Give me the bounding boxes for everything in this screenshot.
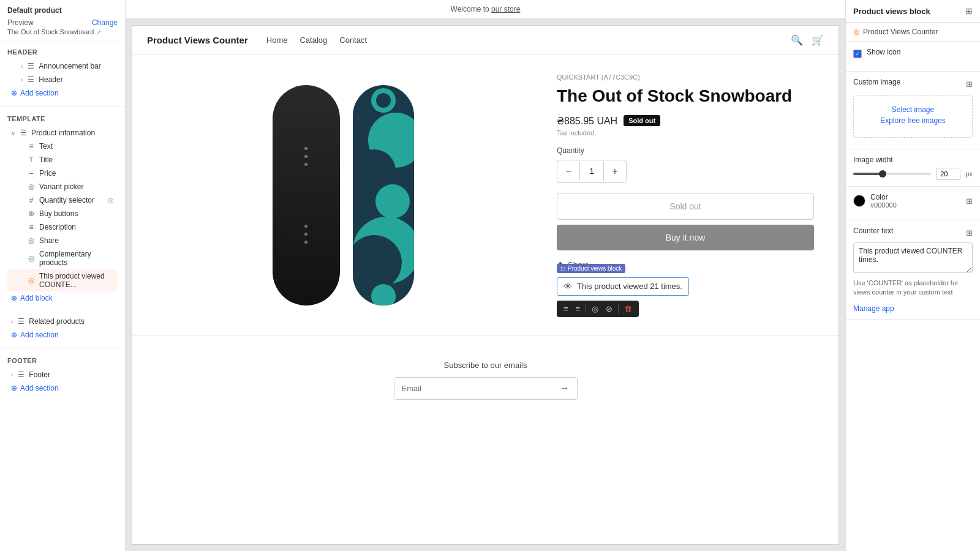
- panel-subtitle-text: Product Views Counter: [863, 28, 938, 36]
- explore-images-btn[interactable]: Explore free images: [860, 116, 966, 125]
- subscribe-submit-btn[interactable]: →: [552, 378, 577, 399]
- quantity-label: Quantity: [557, 146, 814, 155]
- sidebar-item-quantity-selector[interactable]: # Quantity selector ◎: [7, 193, 118, 207]
- show-icon-checkbox[interactable]: [853, 50, 862, 58]
- px-unit: px: [965, 170, 973, 178]
- toolbar-more-btn[interactable]: ⊘: [603, 303, 616, 315]
- nav-contact[interactable]: Contact: [339, 36, 367, 45]
- header-icon: ☰: [26, 75, 35, 84]
- add-icon-2: ⊕: [11, 331, 17, 339]
- slider-thumb[interactable]: [879, 170, 886, 178]
- board-dot-2: [304, 155, 307, 158]
- add-section-btn-header[interactable]: ⊕ Add section: [7, 86, 118, 100]
- product-price: ₴885.95 UAH: [557, 115, 617, 127]
- store-logo: Product Views Counter: [147, 35, 248, 45]
- width-input[interactable]: [936, 168, 960, 180]
- product-views-label: ◻ Product views block: [557, 264, 625, 273]
- color-name: Color: [870, 193, 897, 201]
- chevron-down-icon: ∨: [11, 130, 15, 137]
- right-panel: Product views block ⊞ ◎ Product Views Co…: [845, 0, 980, 551]
- price-icon: –: [27, 169, 36, 178]
- change-link[interactable]: Change: [92, 18, 118, 27]
- sidebar-item-title[interactable]: T Title: [7, 153, 118, 167]
- title-label: Title: [39, 156, 114, 164]
- snowboard-colorful: [350, 79, 417, 312]
- product-views-block[interactable]: 👁 This product viewed 21 times.: [557, 277, 689, 296]
- show-icon-label: Show icon: [867, 48, 900, 56]
- footer-section-title: Footer: [7, 357, 118, 364]
- snowboard-black: [273, 85, 340, 305]
- qty-increase-btn[interactable]: +: [604, 160, 626, 182]
- views-block-label-text: Product views block: [568, 265, 622, 272]
- sidebar-item-buy-buttons[interactable]: ⊕ Buy buttons: [7, 207, 118, 220]
- add-block-btn[interactable]: ⊕ Add block: [7, 291, 118, 305]
- sidebar-item-price[interactable]: – Price ◎: [7, 167, 118, 180]
- footer-icon: ☰: [17, 370, 25, 379]
- nav-home[interactable]: Home: [266, 36, 288, 45]
- counter-text-section: Counter text ⊞ This product viewed COUNT…: [846, 220, 980, 320]
- qty-decrease-btn[interactable]: −: [557, 160, 579, 182]
- sidebar-top: Default product Preview Change The Out o…: [0, 0, 125, 42]
- sidebar-item-related-products[interactable]: › ☰ Related products: [7, 315, 118, 328]
- sidebar-item-product-information[interactable]: ∨ ☰ Product information: [7, 126, 118, 140]
- product-info: QUICKSTART (A77C3C9C) The Out of Stock S…: [557, 73, 814, 317]
- color-swatch[interactable]: [853, 195, 865, 207]
- toolbar-delete-btn[interactable]: 🗑: [621, 303, 635, 315]
- comp-label: Complementary products: [39, 250, 114, 267]
- store-header: Product Views Counter Home Catalog Conta…: [132, 26, 839, 55]
- title-icon: T: [27, 156, 36, 164]
- sidebar-item-description[interactable]: ≡ Description: [7, 220, 118, 234]
- sidebar-item-announcement-bar[interactable]: › ☰ Announcement bar: [7, 59, 118, 73]
- product-name-link: The Out of Stock Snowboard: [7, 28, 94, 36]
- sidebar-item-footer[interactable]: › ☰ Footer: [7, 368, 118, 381]
- color-info: Color #000000: [870, 193, 897, 209]
- views-block-icon-small: ◻: [560, 265, 565, 272]
- image-width-label: Image widht: [853, 156, 973, 164]
- product-link[interactable]: The Out of Stock Snowboard ↗: [7, 28, 118, 36]
- quantity-control: − 1 +: [557, 160, 627, 183]
- chevron-icon: ›: [21, 77, 23, 83]
- counter-text-area[interactable]: This product viewed COUNTER times.: [853, 242, 973, 273]
- search-icon[interactable]: 🔍: [791, 34, 803, 46]
- select-image-btn[interactable]: Select image: [860, 105, 966, 114]
- sidebar-item-header[interactable]: › ☰ Header: [7, 73, 118, 86]
- color-header: Color #000000 ⊞: [853, 193, 973, 209]
- related-products-section: › ☰ Related products ⊕ Add section: [0, 309, 125, 345]
- product-page: QUICKSTART (A77C3C9C) The Out of Stock S…: [132, 55, 839, 335]
- topbar-text: Welcome to our store: [451, 5, 521, 13]
- preview-frame[interactable]: Product Views Counter Home Catalog Conta…: [126, 19, 845, 551]
- qty-actions-icon[interactable]: ◎: [108, 197, 114, 204]
- related-chevron-icon: ›: [11, 318, 13, 325]
- slider-fill: [853, 173, 881, 175]
- email-input[interactable]: [394, 378, 552, 399]
- svg-point-11: [371, 284, 396, 309]
- manage-app-link[interactable]: Manage app: [853, 304, 894, 313]
- toolbar-align-left-btn[interactable]: ≡: [560, 303, 571, 315]
- tax-note: Tax included.: [557, 129, 814, 137]
- sidebar-item-variant-picker[interactable]: ◎ Variant picker: [7, 180, 118, 193]
- add-section-btn-2[interactable]: ⊕ Add section: [7, 328, 118, 342]
- color-reset-icon[interactable]: ⊞: [966, 197, 973, 206]
- color-section: Color #000000 ⊞: [846, 187, 980, 220]
- sidebar-item-share[interactable]: ◎ Share: [7, 234, 118, 247]
- toolbar-link-btn[interactable]: ◎: [589, 303, 601, 315]
- toolbar-align-center-btn[interactable]: ≡: [573, 303, 584, 315]
- sidebar-item-complementary[interactable]: ◎ Complementary products: [7, 247, 118, 269]
- text-label: Text: [39, 142, 114, 151]
- price-eye-icon[interactable]: ◎: [108, 170, 114, 178]
- header-section-title: Header: [7, 48, 118, 56]
- cart-icon[interactable]: 🛒: [812, 34, 824, 46]
- comp-icon: ◎: [27, 254, 36, 263]
- store-nav: Home Catalog Contact: [266, 36, 791, 45]
- width-slider[interactable]: [853, 173, 931, 175]
- sidebar-item-text[interactable]: ≡ Text: [7, 140, 118, 153]
- sidebar-item-product-views[interactable]: ◎ This product viewed COUNTE...: [7, 269, 118, 291]
- add-icon: ⊕: [11, 89, 17, 97]
- panel-header-icon[interactable]: ⊞: [965, 6, 973, 16]
- chevron-icon: ›: [21, 63, 23, 70]
- store-nav-actions: 🔍 🛒: [791, 34, 824, 46]
- add-section-btn-footer[interactable]: ⊕ Add section: [7, 381, 118, 395]
- board-dot-3: [304, 163, 307, 166]
- buy-now-button[interactable]: Buy it now: [557, 225, 814, 250]
- nav-catalog[interactable]: Catalog: [300, 36, 327, 45]
